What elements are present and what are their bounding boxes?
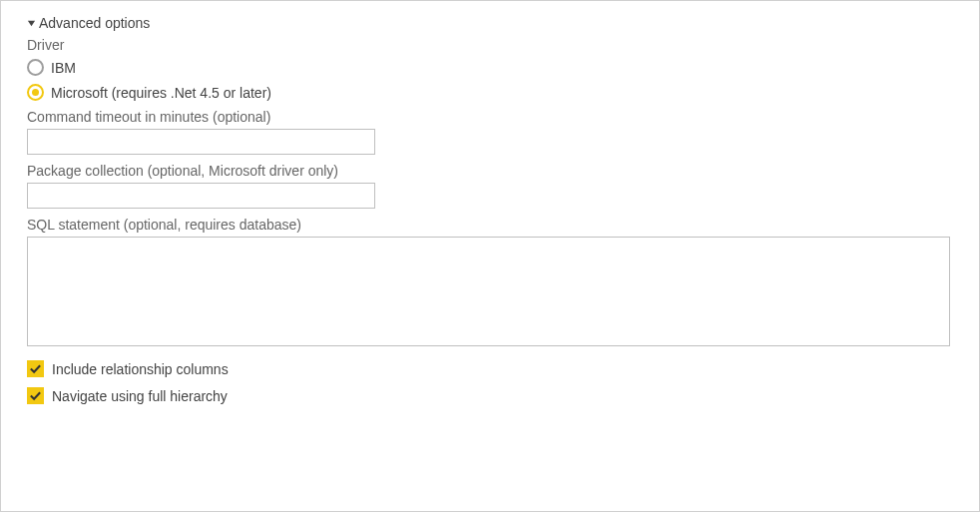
sql-statement-label: SQL statement (optional, requires databa… (27, 217, 953, 233)
include-relationship-columns-label: Include relationship columns (52, 361, 229, 377)
checkbox-checked-icon (27, 387, 44, 404)
command-timeout-input[interactable] (27, 129, 375, 155)
driver-option-ibm-label: IBM (51, 60, 76, 76)
driver-option-ibm[interactable]: IBM (27, 59, 953, 76)
package-collection-label: Package collection (optional, Microsoft … (27, 163, 953, 179)
advanced-options-toggle[interactable]: Advanced options (27, 15, 953, 31)
driver-option-microsoft[interactable]: Microsoft (requires .Net 4.5 or later) (27, 84, 953, 101)
sql-statement-input[interactable] (27, 237, 950, 346)
radio-icon (27, 59, 44, 76)
navigate-full-hierarchy-label: Navigate using full hierarchy (52, 388, 228, 404)
package-collection-input[interactable] (27, 183, 375, 209)
advanced-options-panel: Advanced options Driver IBM Microsoft (r… (0, 0, 980, 512)
command-timeout-label: Command timeout in minutes (optional) (27, 109, 953, 125)
radio-icon (27, 84, 44, 101)
driver-label: Driver (27, 37, 953, 53)
navigate-full-hierarchy-checkbox[interactable]: Navigate using full hierarchy (27, 387, 953, 404)
driver-option-microsoft-label: Microsoft (requires .Net 4.5 or later) (51, 85, 271, 101)
checkbox-checked-icon (27, 360, 44, 377)
advanced-options-header-label: Advanced options (39, 15, 150, 31)
include-relationship-columns-checkbox[interactable]: Include relationship columns (27, 360, 953, 377)
svg-marker-0 (28, 21, 35, 26)
collapse-icon (27, 15, 36, 31)
